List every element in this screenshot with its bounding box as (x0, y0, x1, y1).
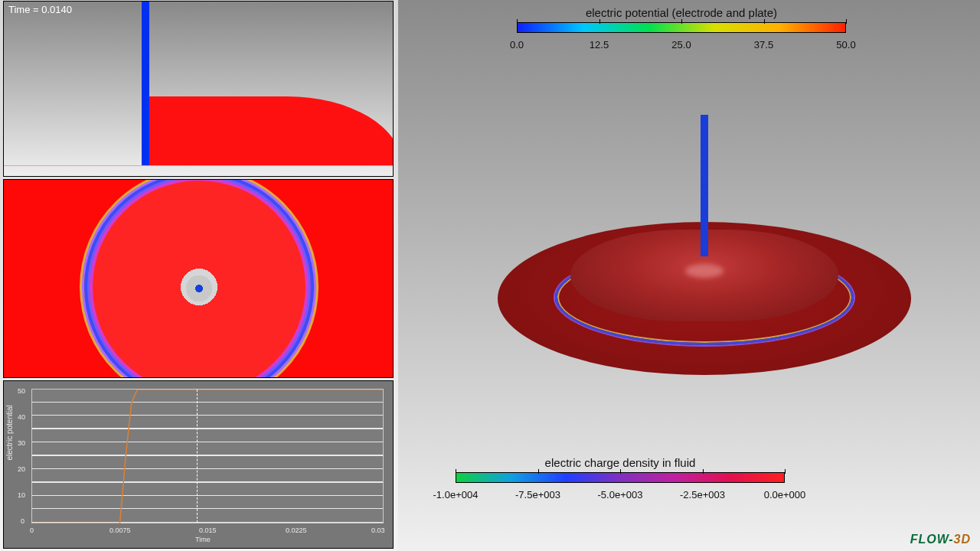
x-tick: 0.0075 (109, 527, 131, 534)
legend-tick: -2.5e+003 (680, 489, 725, 500)
legend-tick: 12.5 (590, 39, 609, 51)
legend-potential-colorbar (517, 22, 846, 33)
side-view-panel: Time = 0.0140 (3, 1, 394, 177)
x-axis-label: Time (195, 536, 211, 543)
x-tick: 0.015 (199, 527, 217, 534)
legend-potential-title: electric potential (electrode and plate) (490, 6, 873, 19)
electrode-top-view (186, 276, 212, 302)
chart-series-line (32, 390, 383, 523)
x-tick: 0 (30, 527, 34, 534)
logo-part2: 3D (954, 533, 971, 546)
y-axis-label: electric potential (5, 405, 14, 460)
droplet-cross-section (142, 96, 394, 165)
legend-charge-title: electric charge density in fluid (406, 456, 835, 469)
legend-potential: electric potential (electrode and plate)… (490, 6, 873, 51)
legend-tick: 25.0 (671, 39, 691, 51)
y-tick: 40 (18, 413, 25, 421)
electrode-side-view (142, 2, 149, 165)
chart-plot-area (31, 389, 384, 523)
y-tick: 10 (18, 491, 25, 499)
electrode-3d (701, 115, 708, 256)
flow3d-logo: FLOW-3D (910, 533, 971, 546)
legend-tick: 0.0e+000 (764, 489, 806, 500)
legend-tick: -7.5e+003 (515, 489, 560, 500)
legend-tick: 50.0 (836, 39, 855, 51)
top-view-panel (3, 179, 394, 378)
y-tick: 20 (18, 465, 25, 473)
plate-baseline (4, 165, 393, 166)
y-tick: 0 (21, 517, 24, 525)
y-tick: 30 (18, 439, 25, 447)
legend-tick: 0.0 (510, 39, 524, 51)
legend-charge: electric charge density in fluid -1.0e+0… (406, 456, 835, 501)
time-readout: Time = 0.0140 (8, 4, 72, 15)
x-tick: 0.03 (371, 527, 385, 534)
timeseries-panel: electric potential 0 10 20 30 40 50 0 0.… (3, 380, 394, 549)
legend-tick: -1.0e+004 (433, 489, 479, 500)
y-tick: 50 (18, 387, 25, 395)
chart-time-cursor (197, 390, 198, 523)
legend-tick: -5.0e+003 (598, 489, 643, 500)
legend-tick: 37.5 (754, 39, 773, 51)
logo-part1: FLOW- (910, 533, 954, 546)
legend-charge-colorbar (456, 472, 785, 483)
droplet-highlight (685, 264, 724, 278)
x-tick: 0.0225 (286, 527, 307, 534)
